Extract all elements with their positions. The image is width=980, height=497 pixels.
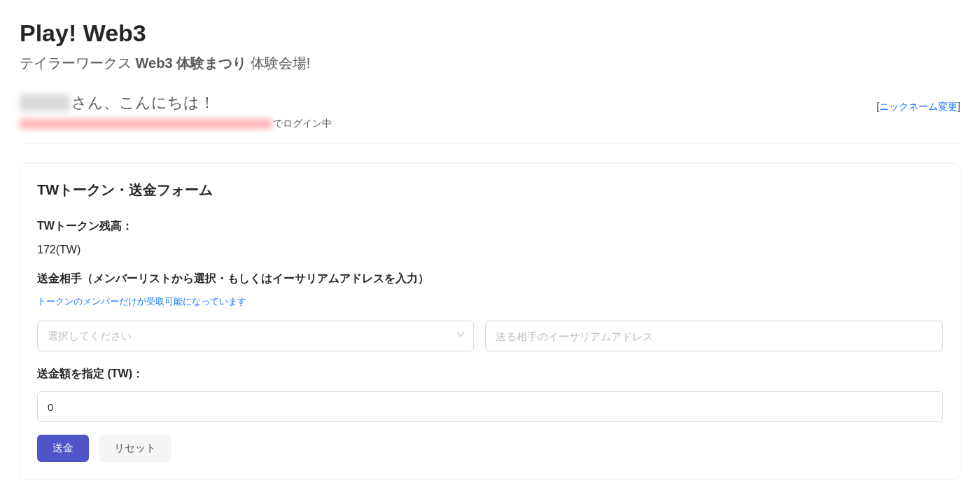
recipient-label: 送金相手（メンバーリストから選択・もしくはイーサリアムアドレスを入力） xyxy=(37,272,943,286)
balance-label: TWトークン残高： xyxy=(37,219,943,234)
nickname-change-link[interactable]: ニックネーム変更 xyxy=(879,101,958,112)
page-subtitle: テイラーワークス Web3 体験まつり 体験会場! xyxy=(20,54,960,73)
page-title: Play! Web3 xyxy=(20,20,960,47)
greeting-suffix: さん、こんにちは！ xyxy=(71,92,215,113)
greeting-row: さん、こんにちは！ [ニックネーム変更] xyxy=(20,92,960,113)
recipient-input-row: 選択してください xyxy=(37,321,943,351)
subtitle-suffix: 体験会場! xyxy=(246,55,310,71)
balance-value: 172(TW) xyxy=(37,244,943,256)
greeting: さん、こんにちは！ xyxy=(20,92,215,113)
reset-button[interactable]: リセット xyxy=(99,435,172,462)
transfer-form-card: TWトークン・送金フォーム TWトークン残高： 172(TW) 送金相手（メンバ… xyxy=(20,163,960,479)
wallet-address-blurred xyxy=(20,119,272,129)
login-status: でログイン中 xyxy=(20,118,960,130)
nickname-change-wrapper: [ニックネーム変更] xyxy=(876,101,960,113)
amount-input[interactable] xyxy=(37,391,943,422)
recipient-address-input[interactable] xyxy=(485,321,943,351)
submit-button[interactable]: 送金 xyxy=(37,435,89,462)
user-name-blurred xyxy=(20,94,70,111)
member-note-link[interactable]: トークンのメンバーだけが受取可能になっています xyxy=(37,295,246,308)
divider xyxy=(20,143,960,144)
login-suffix: でログイン中 xyxy=(273,118,332,130)
subtitle-prefix: テイラーワークス xyxy=(20,55,136,71)
button-row: 送金 リセット xyxy=(37,435,943,462)
recipient-select-wrapper: 選択してください xyxy=(37,321,474,351)
amount-label: 送金額を指定 (TW)： xyxy=(37,367,943,382)
form-title: TWトークン・送金フォーム xyxy=(37,181,943,200)
subtitle-bold: Web3 体験まつり xyxy=(136,55,247,71)
recipient-select[interactable]: 選択してください xyxy=(37,321,474,351)
